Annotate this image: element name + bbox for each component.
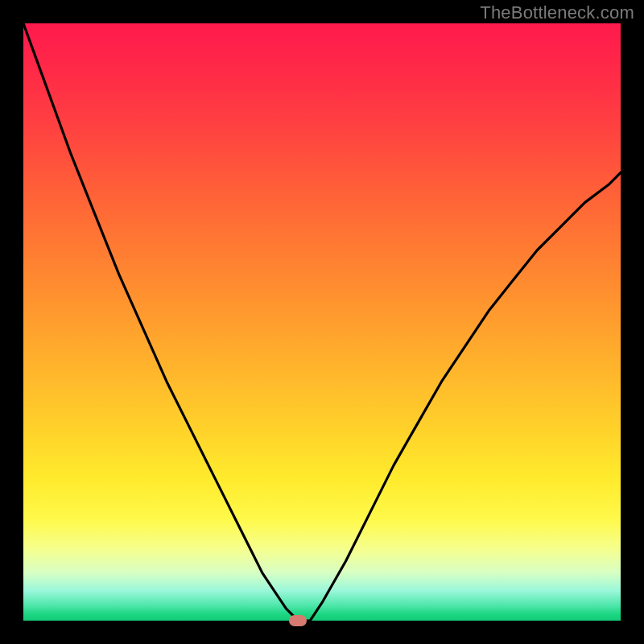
optimum-marker [289, 615, 307, 626]
plot-area [23, 23, 621, 621]
watermark-text: TheBottleneck.com [480, 2, 634, 23]
bottleneck-curve [23, 23, 621, 621]
chart-frame: TheBottleneck.com [0, 0, 644, 644]
